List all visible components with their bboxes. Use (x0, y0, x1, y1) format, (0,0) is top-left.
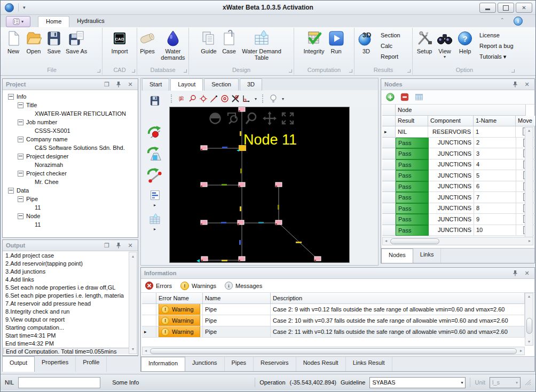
dialog-launcher-icon[interactable] (511, 69, 515, 73)
annotate-tool-icon[interactable]: ab (177, 93, 187, 104)
toolbar-grip[interactable] (262, 94, 266, 103)
tree-item[interactable]: CSSS-XS001 (4, 126, 137, 135)
node-table-button[interactable] (414, 92, 424, 102)
dialog-launcher-icon[interactable] (184, 69, 187, 73)
table-row[interactable]: !WarningPipeCase 2: 10 with v=0.37 falls… (142, 315, 525, 326)
dialog-launcher-icon[interactable] (132, 69, 135, 73)
pipe-link[interactable] (279, 223, 318, 259)
scroll-left-icon[interactable]: ◂ (143, 348, 149, 354)
maximize-button[interactable] (498, 3, 514, 13)
dialog-launcher-icon[interactable] (97, 69, 100, 73)
maximize-panel-icon[interactable]: ❐ (103, 82, 111, 87)
new-button[interactable]: New (3, 29, 23, 54)
name-cell[interactable]: 1 (474, 126, 516, 138)
toolbar-overflow-icon[interactable]: ▾ (282, 97, 284, 101)
tab-information[interactable]: Information (141, 357, 185, 371)
tree-expander-icon[interactable] (18, 196, 23, 202)
name-cell[interactable]: 9 (474, 214, 516, 225)
report-a-bug-button[interactable]: Report a bug (479, 43, 514, 49)
guide-button[interactable]: Guide (199, 29, 219, 54)
delete-node-tool-icon[interactable] (230, 93, 241, 104)
scrollbar-thumb[interactable] (526, 318, 532, 334)
tree-expander-icon[interactable] (18, 171, 23, 177)
minimize-button[interactable] (479, 3, 496, 13)
table-row[interactable]: Error NameNameDescription (142, 293, 525, 304)
name-cell[interactable]: 5 (474, 170, 516, 181)
name-cell[interactable]: 3 (474, 148, 516, 159)
dialog-launcher-icon[interactable] (289, 69, 292, 73)
3d-button[interactable]: 3D 3D (356, 29, 376, 54)
pin-icon[interactable] (511, 270, 519, 276)
information-horizontal-scrollbar[interactable]: ◂ ▸ (142, 347, 525, 355)
flyout-arrow-icon[interactable]: ▸ (148, 203, 161, 207)
save-as-button[interactable]: Save As (64, 29, 89, 54)
pen-tool-icon[interactable] (209, 93, 219, 104)
water-demand-table-button[interactable]: Water Demand Table (239, 29, 284, 61)
add-pipe-tool-icon[interactable] (147, 167, 163, 183)
table-row[interactable]: PassJUNCTIONS7✓ (382, 192, 526, 203)
close-panel-icon[interactable]: ✕ (126, 243, 135, 249)
column-header-component[interactable]: Component (428, 116, 474, 127)
report-button[interactable]: Report (381, 53, 400, 60)
case-button[interactable]: Case (219, 29, 239, 54)
messages-filter-button[interactable]: i Messages (225, 282, 262, 290)
integrity-button[interactable]: Integrity (302, 29, 326, 54)
fit-extents-tool-icon[interactable] (281, 111, 295, 125)
tutorials-button[interactable]: Tutorials ▾ (479, 53, 514, 60)
pipes-button[interactable]: Pipes (137, 29, 157, 54)
tree-item[interactable]: Pipe (4, 195, 137, 203)
resize-grip[interactable] (525, 379, 531, 386)
scroll-left-icon[interactable]: ◂ (383, 238, 389, 244)
table-row[interactable]: PassJUNCTIONS2✓ (382, 138, 526, 149)
pin-icon[interactable] (114, 242, 123, 249)
name-cell[interactable]: 6 (474, 181, 516, 193)
scroll-up-icon[interactable]: ▴ (525, 293, 533, 300)
tree-item[interactable]: Data (4, 186, 137, 195)
close-button[interactable]: ✕ (516, 3, 532, 13)
tab-profile[interactable]: Profile (76, 356, 107, 372)
import-button[interactable]: CAD Import (109, 29, 130, 54)
remove-node-button[interactable] (400, 92, 409, 102)
ribbon-collapse-icon[interactable]: ⌃ (500, 17, 505, 23)
scroll-right-icon[interactable]: ▸ (526, 238, 533, 244)
table-row[interactable]: ▸NILRESERVOIRS1✓ (382, 126, 526, 138)
tab-nodes-result[interactable]: Nodes Result (296, 357, 346, 371)
add-node-tool-icon[interactable] (147, 125, 163, 141)
tree-item[interactable]: Norazimah (4, 161, 137, 169)
pin-icon[interactable] (114, 81, 123, 87)
nodes-vertical-scrollbar[interactable]: ▴ ▾ (525, 127, 533, 244)
column-header-1-name[interactable]: 1-Name (474, 116, 516, 127)
add-reservoir-tool-icon[interactable] (147, 146, 163, 162)
setup-button[interactable]: Setup (414, 29, 435, 54)
add-node-button[interactable] (385, 92, 395, 102)
table-row[interactable]: ResultComponent1-NameMoveGL (382, 116, 526, 127)
scroll-down-icon[interactable]: ▾ (525, 339, 533, 345)
section-button[interactable]: Section (381, 32, 400, 38)
tree-item[interactable]: Job number (4, 118, 137, 126)
tab-links[interactable]: Links (413, 249, 442, 263)
scrollbar-thumb[interactable] (150, 348, 517, 354)
column-header-result[interactable]: Result (396, 116, 428, 127)
center-target-tool-icon[interactable] (198, 93, 209, 104)
demand-table-tool-icon[interactable] (148, 213, 161, 226)
guideline-select[interactable]: SYABAS ▾ (369, 377, 466, 388)
tree-item[interactable]: Info (4, 92, 137, 101)
run-button[interactable]: Run (326, 29, 346, 54)
information-vertical-scrollbar[interactable]: ▴ ▾ (525, 293, 533, 346)
table-row[interactable]: Node (382, 105, 526, 116)
name-cell[interactable]: 4 (474, 159, 516, 171)
tab-junctions[interactable]: Junctions (185, 357, 224, 371)
close-panel-icon[interactable]: ✕ (126, 82, 135, 87)
output-vertical-scrollbar[interactable]: ▴ ▾ (129, 252, 137, 354)
zoom-tool-icon[interactable] (245, 111, 258, 125)
tree-expander-icon[interactable] (18, 102, 23, 108)
water-demands-button[interactable]: Water demands (157, 29, 188, 61)
calc-button[interactable]: Calc (381, 43, 400, 49)
dialog-launcher-icon[interactable] (349, 69, 352, 73)
scroll-down-icon[interactable]: ▾ (129, 346, 137, 353)
name-cell[interactable]: 8 (474, 203, 516, 214)
toolbar-grip[interactable] (171, 94, 175, 103)
table-row[interactable]: PassJUNCTIONS5✓ (382, 170, 526, 181)
license-button[interactable]: License (479, 32, 514, 38)
table-row[interactable]: PassJUNCTIONS3✓ (382, 148, 526, 159)
